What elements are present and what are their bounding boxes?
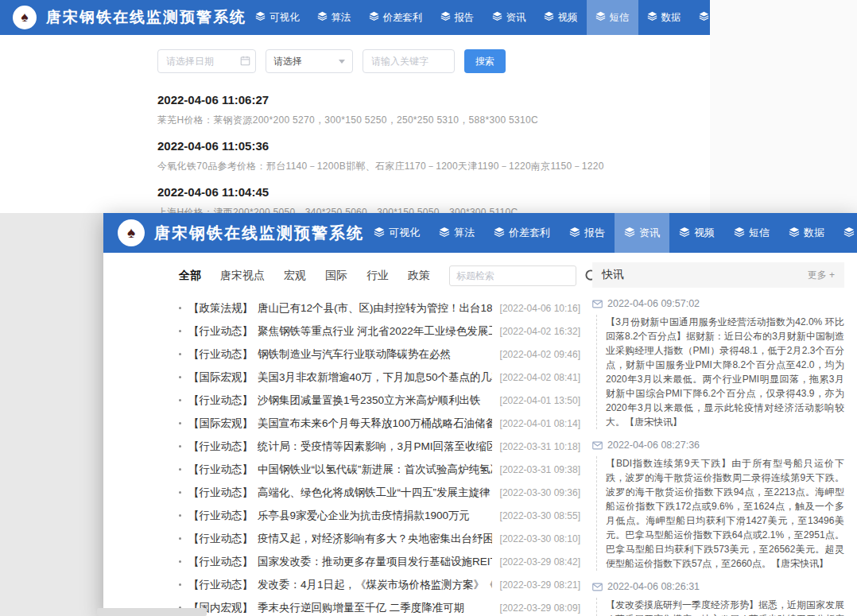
alert-text: 今氧化铁70品参考价格：邢台1140－1200B邯郸、石家庄1170－1200天… [157,160,710,173]
news-tab[interactable]: 国际 [325,269,347,283]
news-tab[interactable]: 行业 [366,269,389,283]
news-row[interactable]: 【行业动态】 沙钢集团减量置换1号2350立方米高炉顺利出铁 [2022-04-… [179,389,580,412]
layers-icon [317,11,328,24]
app-title: 唐宋钢铁在线监测预警系统 [46,7,246,28]
layers-icon [595,11,606,24]
nav-item-label: 可视化 [270,11,300,25]
nav-item[interactable]: 可视化 [246,0,308,35]
quick-news-header: 快讯 更多 + [592,262,844,288]
news-row[interactable]: 【行业动态】 高端化、绿色化将成钢铁工业“十四五”发展主旋律 [2022-03-… [179,481,580,504]
nav-item[interactable]: 价差套利 [360,0,432,35]
nav-item[interactable]: 可视化 [364,213,429,253]
news-row[interactable]: 【行业动态】 聚焦钢铁等重点行业 河北省2022年工业绿色发展工作要点 [202… [179,320,580,343]
nav-item-label: 视频 [694,226,715,240]
layers-icon [789,227,800,240]
news-time: [2022-04-01 13:50] [500,395,580,406]
mail-icon [592,583,603,591]
news-category: 【国际宏观】 [188,370,253,385]
news-time: [2022-03-29 08:09] [500,602,580,614]
news-title: 沙钢集团减量置换1号2350立方米高炉顺利出铁 [258,393,492,408]
news-time: [2022-03-30 09:36] [500,487,580,498]
news-search-input[interactable] [449,265,576,286]
news-title: 中国钢铁业“以氢代碳”新进展：首次试验高炉纯氢冶炼… [258,463,492,477]
news-row[interactable]: 【行业动态】 钢铁制造业与汽车行业联动降碳势在必然 [2022-04-02 09… [179,343,580,366]
nav-item[interactable]: 地图 [690,0,711,35]
news-row[interactable]: 【行业动态】 国家发改委：推动更多存量项目发行基础设施REITs [2022-0… [179,550,580,573]
bullet-dot [179,537,181,540]
type-select[interactable]: 请选择 [266,49,353,73]
bullet-dot [179,468,181,471]
nav-item[interactable]: 数据 [638,0,690,35]
nav-item[interactable]: 报告 [432,0,483,35]
news-row[interactable]: 【行业动态】 统计局：受疫情等因素影响，3月PMI回落至收缩区间 [2022-0… [179,435,580,458]
news-row[interactable]: 【行业动态】 发改委：4月1日起，《煤炭市场价格监测方案》《煤炭生… [2022… [179,573,580,596]
news-time: [2022-04-02 08:41] [500,372,580,383]
news-title: 疫情又起，对经济影响有多大？央地密集出台纾困措施 [258,532,492,546]
nav-item[interactable]: 报告 [560,213,615,253]
nav-item[interactable]: 短信 [587,0,638,35]
nav-item-label: 资讯 [506,11,526,25]
news-row[interactable]: 【行业动态】 中国钢铁业“以氢代碳”新进展：首次试验高炉纯氢冶炼… [2022-… [179,458,580,481]
bullet-dot [179,583,181,586]
date-picker[interactable] [157,49,256,73]
chevron-down-icon [339,60,345,64]
quick-news-entry[interactable]: 2022-04-06 09:57:02 【3月份财新中国通用服务业经营活动指数为… [592,298,844,429]
layers-icon [843,227,855,240]
nav-item[interactable]: 视频 [535,0,587,35]
keyword-input[interactable] [363,49,455,73]
bullet-dot [179,422,181,424]
news-row[interactable]: 【行业动态】 乐亭县9家爱心企业为抗击疫情捐款1900万元 [2022-03-3… [179,504,580,527]
news-row[interactable]: 【国际宏观】 美国宣布未来6个月每天释放100万桶战略石油储备 [2022-04… [179,412,580,435]
news-title: 美国3月非农新增逾40万，下月加息50个基点的几率大增 [258,370,492,385]
nav-item[interactable]: 算法 [429,213,484,253]
back-navbar: ♠ 唐宋钢铁在线监测预警系统 可视化 算法 价差套利 [0,0,710,35]
nav-item[interactable]: 地图 [834,213,857,253]
nav-item[interactable]: 视频 [669,213,724,253]
news-tab[interactable]: 唐宋视点 [220,269,265,283]
news-time: [2022-03-29 08:42] [500,556,580,568]
news-title: 高端化、绿色化将成钢铁工业“十四五”发展主旋律 [258,486,492,500]
news-category: 【行业动态】 [188,463,253,477]
news-tab[interactable]: 全部 [179,269,201,283]
nav-item-label: 报告 [584,226,605,240]
news-tab[interactable]: 宏观 [284,269,306,283]
bullet-dot [179,307,181,309]
layers-icon [734,227,745,240]
app-title: 唐宋钢铁在线监测预警系统 [154,223,364,244]
layers-icon [440,11,451,24]
news-row[interactable]: 【国际宏观】 美国3月非农新增逾40万，下月加息50个基点的几率大增 [2022… [179,366,580,389]
news-category: 【行业动态】 [188,440,253,454]
quick-news-text: 【3月份财新中国通用服务业经营活动指数为42.0% 环比回落8.2个百分点】据财… [596,315,844,429]
nav-item[interactable]: 算法 [308,0,360,35]
news-time: [2022-03-31 10:18] [500,441,580,452]
news-row[interactable]: 【政策法规】 唐山已有12个县(市、区)由封控转为管控！出台18条支持… [20… [179,296,580,320]
back-window: ♠ 唐宋钢铁在线监测预警系统 可视化 算法 价差套利 [0,0,710,213]
news-row[interactable]: 【行业动态】 疫情又起，对经济影响有多大？央地密集出台纾困措施 [2022-03… [179,527,580,550]
nav-item[interactable]: 价差套利 [484,213,560,253]
search-button[interactable]: 搜索 [464,49,506,73]
news-list: 【政策法规】 唐山已有12个县(市、区)由封控转为管控！出台18条支持… [20… [179,296,580,616]
bullet-dot [179,376,181,378]
app-logo-icon: ♠ [13,6,37,29]
quick-news-entry[interactable]: 2022-04-06 08:26:31 【发改委摸底研判一季度经济形势】据悉，近… [592,581,844,616]
nav-item-label: 算法 [454,226,475,240]
news-row[interactable]: 【国内宏观】 季末央行逆回购增量至千亿 二季度降准可期 [2022-03-29 … [179,596,580,616]
news-category: 【行业动态】 [188,347,253,362]
news-category: 【行业动态】 [188,509,253,523]
alert-time: 2022-04-06 11:06:27 [157,93,710,107]
nav-item[interactable]: 资讯 [615,213,669,253]
more-link[interactable]: 更多 + [808,269,835,282]
bullet-dot [179,330,181,332]
nav-item[interactable]: 数据 [779,213,834,253]
nav-item[interactable]: 资讯 [483,0,535,35]
select-value: 请选择 [273,55,302,68]
news-tab[interactable]: 政策 [408,269,430,283]
news-category: 【政策法规】 [188,301,253,316]
bullet-dot [179,514,181,517]
logo-glyph: ♠ [21,10,28,25]
news-time: [2022-04-02 09:46] [500,349,580,360]
news-tabs: 全部唐宋视点宏观国际行业政策 [179,269,449,283]
quick-news-entry[interactable]: 2022-04-06 08:27:36 【BDI指数连续第9天下跌】由于所有型号… [592,440,844,571]
news-title: 国家发改委：推动更多存量项目发行基础设施REITs [258,555,492,569]
nav-item[interactable]: 短信 [724,213,779,253]
